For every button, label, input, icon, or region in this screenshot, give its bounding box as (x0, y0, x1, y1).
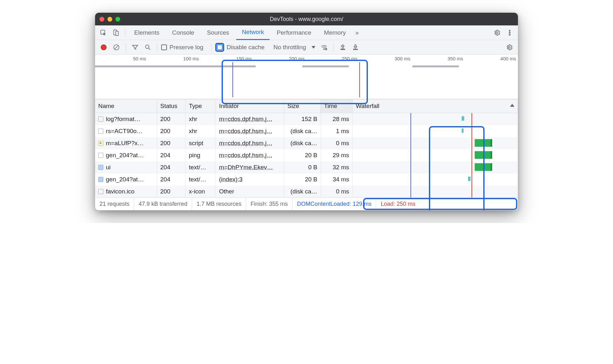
col-time[interactable]: Time (321, 99, 353, 113)
request-table: Name Status Type Initiator Size Time Wat… (95, 99, 518, 198)
svg-point-5 (509, 34, 510, 35)
throttling-value: No throttling (273, 44, 306, 51)
initiator-link[interactable]: m=cdos,dpf,hsm,j… (219, 116, 272, 123)
image-file-icon (98, 165, 103, 170)
status-load: Load: 250 ms (376, 198, 420, 210)
svg-rect-10 (341, 49, 345, 50)
tab-elements[interactable]: Elements (128, 25, 165, 40)
status-finish: Finish: 355 ms (246, 198, 293, 210)
status-resources: 1.7 MB resources (192, 198, 246, 210)
export-har-icon[interactable] (350, 42, 361, 53)
svg-point-7 (146, 45, 149, 48)
col-initiator[interactable]: Initiator (216, 99, 284, 113)
script-file-icon (98, 141, 103, 146)
file-icon (98, 153, 103, 158)
network-statusbar: 21 requests 47.9 kB transferred 1.7 MB r… (95, 198, 518, 210)
initiator-link[interactable]: m=DhPYme,Ekev… (219, 164, 273, 171)
filter-icon[interactable] (130, 42, 141, 53)
svg-point-3 (509, 30, 510, 31)
settings-gear-icon[interactable] (491, 27, 503, 38)
tab-console[interactable]: Console (166, 25, 200, 40)
col-type[interactable]: Type (186, 99, 216, 113)
svg-point-4 (509, 32, 510, 33)
disable-cache-label: Disable cache (227, 44, 265, 51)
col-status[interactable]: Status (157, 99, 186, 113)
col-size[interactable]: Size (284, 99, 321, 113)
tabs-overflow-button[interactable]: » (353, 25, 362, 40)
col-waterfall[interactable]: Waterfall (353, 99, 518, 113)
disable-cache-checkbox[interactable]: Disable cache (215, 43, 265, 52)
col-name[interactable]: Name (95, 99, 157, 113)
file-icon (98, 129, 103, 134)
record-button[interactable] (98, 42, 109, 53)
separator (125, 28, 125, 37)
tab-sources[interactable]: Sources (201, 25, 235, 40)
status-requests: 21 requests (95, 198, 134, 210)
network-conditions-icon[interactable] (319, 42, 329, 53)
timeline-ruler: 50 ms100 ms150 ms200 ms250 ms300 ms350 m… (95, 55, 518, 62)
clear-button[interactable] (111, 42, 122, 53)
svg-rect-11 (354, 49, 358, 50)
image-file-icon (98, 177, 103, 182)
status-transferred: 47.9 kB transferred (134, 198, 192, 210)
preserve-log-checkbox[interactable]: Preserve log (161, 44, 203, 51)
device-toggle-icon[interactable] (110, 27, 122, 38)
preserve-log-label: Preserve log (169, 44, 203, 51)
file-icon (98, 117, 103, 122)
status-domcontentloaded: DOMContentLoaded: 129 ms (293, 198, 376, 210)
initiator-link[interactable]: m=cdos,dpf,hsm,j… (219, 140, 272, 147)
svg-rect-2 (116, 31, 118, 36)
search-icon[interactable] (142, 42, 153, 53)
window-title: DevTools - www.google.com/ (95, 16, 518, 23)
import-har-icon[interactable] (337, 42, 348, 53)
devtools-tabbar: Elements Console Sources Network Perform… (95, 25, 518, 40)
tab-network[interactable]: Network (236, 25, 270, 40)
waterfall-cell (353, 113, 518, 125)
tab-memory[interactable]: Memory (318, 25, 352, 40)
network-toolbar: Preserve log Disable cache No throttling (95, 40, 518, 55)
sort-ascending-icon (510, 104, 514, 107)
svg-point-8 (324, 49, 325, 50)
kebab-menu-icon[interactable] (504, 27, 515, 38)
window-titlebar: DevTools - www.google.com/ (95, 13, 518, 25)
tab-performance[interactable]: Performance (271, 25, 317, 40)
file-icon (98, 189, 103, 194)
network-settings-gear-icon[interactable] (504, 42, 515, 53)
initiator-link[interactable]: m=cdos,dpf,hsm,j… (219, 128, 272, 135)
throttling-select[interactable]: No throttling (270, 44, 317, 51)
inspect-element-icon[interactable] (98, 27, 109, 38)
initiator-link[interactable]: (index):3 (219, 176, 243, 183)
devtools-window: DevTools - www.google.com/ Elements Cons… (95, 13, 518, 210)
timeline-overview[interactable]: 50 ms100 ms150 ms200 ms250 ms300 ms350 m… (95, 55, 518, 99)
initiator-link[interactable]: m=cdos,dpf,hsm,j… (219, 152, 272, 159)
